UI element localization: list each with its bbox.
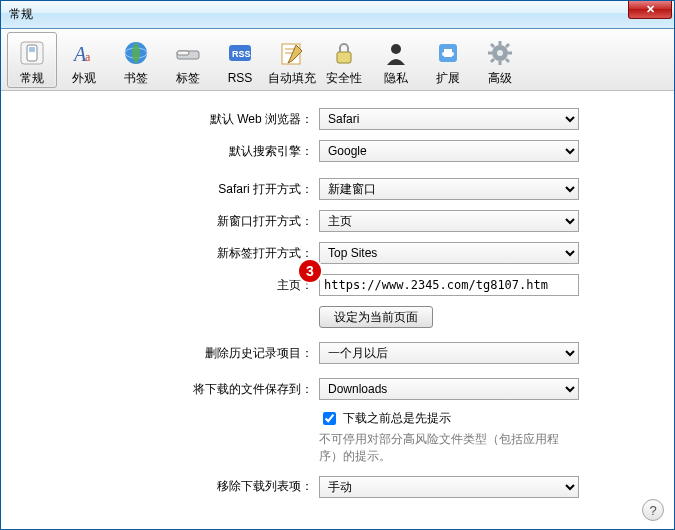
tab-icon: [172, 37, 204, 68]
svg-rect-2: [29, 47, 35, 52]
label-history: 删除历史记录项目：: [21, 345, 319, 362]
tab-privacy[interactable]: 隐私: [371, 32, 421, 88]
tab-autofill[interactable]: 自动填充: [267, 32, 317, 88]
person-icon: [380, 37, 412, 68]
select-default-search[interactable]: Google: [319, 140, 579, 162]
select-remove-dl[interactable]: 手动: [319, 476, 579, 498]
form-area: 默认 Web 浏览器： Safari 默认搜索引擎： Google Safari…: [1, 91, 674, 499]
label-new-window: 新窗口打开方式：: [21, 213, 319, 230]
tab-label: 标签: [176, 70, 200, 87]
pencil-icon: [276, 37, 308, 68]
switch-icon: [16, 37, 48, 68]
tab-appearance[interactable]: Aa 外观: [59, 32, 109, 88]
rss-icon: RSS: [224, 37, 256, 69]
tab-label: 高级: [488, 70, 512, 87]
tab-rss[interactable]: RSS RSS: [215, 32, 265, 88]
select-default-browser[interactable]: Safari: [319, 108, 579, 130]
svg-line-24: [506, 59, 509, 62]
svg-line-26: [491, 59, 494, 62]
tab-label: 外观: [72, 70, 96, 87]
close-icon: ✕: [646, 3, 655, 16]
lock-icon: [328, 37, 360, 68]
label-dl-prompt: 下载之前总是先提示: [343, 410, 451, 427]
select-history[interactable]: 一个月以后: [319, 342, 579, 364]
toolbar: 常规 Aa 外观 书签 标签 RSS RSS 自动填充 安全性: [1, 29, 674, 91]
puzzle-icon: [432, 37, 464, 68]
svg-point-18: [497, 50, 503, 56]
select-new-tab[interactable]: Top Sites: [319, 242, 579, 264]
dl-note: 不可停用对部分高风险文件类型（包括应用程序）的提示。: [319, 431, 579, 465]
tab-label: 自动填充: [268, 70, 316, 87]
gear-icon: [484, 37, 516, 68]
label-default-browser: 默认 Web 浏览器：: [21, 111, 319, 128]
label-remove-dl: 移除下载列表项：: [21, 478, 319, 495]
checkbox-dl-prompt[interactable]: [323, 412, 336, 425]
tab-label: 常规: [20, 70, 44, 87]
select-downloads-loc[interactable]: Downloads: [319, 378, 579, 400]
tab-label: RSS: [228, 71, 253, 85]
globe-icon: [120, 37, 152, 68]
help-button[interactable]: ?: [642, 499, 664, 521]
callout-badge: 3: [299, 260, 321, 282]
help-icon: ?: [649, 503, 656, 518]
tab-tabs[interactable]: 标签: [163, 32, 213, 88]
svg-text:a: a: [85, 50, 91, 64]
tab-security[interactable]: 安全性: [319, 32, 369, 88]
label-safari-open: Safari 打开方式：: [21, 181, 319, 198]
close-button[interactable]: ✕: [628, 1, 672, 19]
tab-general[interactable]: 常规: [7, 32, 57, 88]
label-downloads-loc: 将下载的文件保存到：: [21, 381, 319, 398]
svg-point-15: [391, 44, 401, 54]
tab-label: 扩展: [436, 70, 460, 87]
select-safari-open[interactable]: 新建窗口: [319, 178, 579, 200]
tab-bookmarks[interactable]: 书签: [111, 32, 161, 88]
homepage-input[interactable]: [319, 274, 579, 296]
label-default-search: 默认搜索引擎：: [21, 143, 319, 160]
window-title: 常规: [5, 6, 33, 23]
select-new-window[interactable]: 主页: [319, 210, 579, 232]
tab-label: 安全性: [326, 70, 362, 87]
svg-text:RSS: RSS: [232, 49, 251, 59]
label-homepage: 主页：: [21, 277, 319, 294]
svg-rect-14: [337, 52, 351, 63]
svg-rect-8: [177, 51, 189, 55]
tab-label: 书签: [124, 70, 148, 87]
tab-advanced[interactable]: 高级: [475, 32, 525, 88]
font-icon: Aa: [68, 37, 100, 68]
set-current-page-button[interactable]: 设定为当前页面: [319, 306, 433, 328]
svg-line-25: [506, 44, 509, 47]
label-new-tab: 新标签打开方式：: [21, 245, 319, 262]
titlebar: 常规 ✕: [1, 1, 674, 29]
tab-label: 隐私: [384, 70, 408, 87]
svg-line-23: [491, 44, 494, 47]
tab-extensions[interactable]: 扩展: [423, 32, 473, 88]
